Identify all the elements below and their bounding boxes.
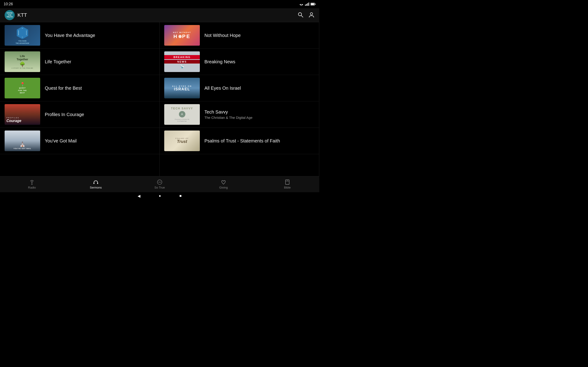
signal-icon [305, 2, 309, 6]
thumbnail-profiles: Profiles Courage [5, 104, 40, 125]
header-left: KNOWTHETRUTH KTT [5, 10, 27, 20]
system-nav: ◀ ● ■ [0, 192, 319, 200]
chat-icon [157, 179, 162, 185]
svg-rect-5 [309, 2, 309, 6]
svg-rect-4 [307, 3, 308, 6]
item-info: All Eyes On Israel [204, 85, 314, 91]
item-title: Psalms of Trust - Statements of Faith [204, 138, 314, 144]
svg-line-10 [301, 15, 303, 17]
thumbnail-hope: NOT WITHOUT HPE [164, 25, 200, 46]
item-title: Not Without Hope [204, 33, 314, 38]
list-item[interactable]: Psalms of Trust Psalms of Trust - Statem… [160, 128, 319, 154]
svg-rect-7 [311, 3, 314, 5]
right-column: NOT WITHOUT HPE Not Without Hope BREAKIN… [160, 22, 319, 181]
item-info: Quest for the Best [45, 85, 155, 91]
nav-item-sermons[interactable]: Sermons [64, 179, 128, 189]
headphones-icon [93, 179, 99, 185]
header-right [297, 11, 315, 19]
item-title: Life Together [45, 59, 155, 65]
nav-label-sermons: Sermons [90, 186, 102, 189]
item-title: You Have the Advantage [45, 33, 155, 38]
item-info: Not Without Hope [204, 33, 314, 38]
svg-point-20 [160, 182, 161, 183]
svg-point-19 [159, 182, 160, 183]
item-title: Quest for the Best [45, 85, 155, 91]
item-info: Psalms of Trust - Statements of Faith [204, 138, 314, 144]
list-item[interactable]: BREAKING NEWS 📡 Breaking News [160, 49, 319, 75]
svg-rect-2 [305, 5, 306, 6]
item-info: Tech Savvy The Christian & The Digital A… [204, 109, 314, 119]
back-button[interactable]: ◀ [138, 194, 140, 198]
thumbnail-mail: ⛪ YOU'VE GOT MAIL [5, 131, 40, 151]
item-title: All Eyes On Israel [204, 85, 314, 91]
svg-rect-15 [94, 183, 95, 184]
list-item[interactable]: 📍 QUESTFOR THEBEST Quest for the Best [0, 75, 159, 101]
svg-rect-3 [306, 4, 307, 6]
nav-item-radio[interactable]: Radio [0, 179, 64, 189]
bottom-nav: Radio Sermons So True Giving Bible [0, 176, 319, 192]
list-item[interactable]: ⛪ YOU'VE GOT MAIL You've Got Mail [0, 128, 159, 154]
app-logo[interactable]: KNOWTHETRUTH [5, 10, 15, 20]
svg-point-11 [310, 13, 313, 15]
thumbnail-quest: 📍 QUESTFOR THEBEST [5, 78, 40, 98]
nav-item-so-true[interactable]: So True [128, 179, 191, 189]
item-info: Profiles In Courage [45, 112, 155, 117]
list-item[interactable]: YOU HAVETHE ADVANTAGE You Have the Advan… [0, 22, 159, 49]
nav-label-bible: Bible [284, 186, 291, 189]
item-info: You've Got Mail [45, 138, 155, 144]
item-title: You've Got Mail [45, 138, 155, 144]
item-title: Breaking News [204, 59, 314, 65]
list-item[interactable]: TECH SAVVY A Pursuing a Christian lifein… [160, 101, 319, 128]
thumbnail-tech: TECH SAVVY A Pursuing a Christian lifein… [164, 104, 200, 125]
recents-button[interactable]: ■ [179, 194, 182, 198]
item-title: Profiles In Courage [45, 112, 155, 117]
search-icon[interactable] [297, 11, 304, 19]
nav-item-bible[interactable]: Bible [255, 179, 319, 189]
status-icons [299, 2, 316, 6]
thumbnail-israel: ALL EYES ON ISRAEL [164, 78, 200, 98]
list-item[interactable]: ALL EYES ON ISRAEL All Eyes On Israel [160, 75, 319, 101]
wifi-icon [299, 2, 304, 6]
item-info: Breaking News [204, 59, 314, 65]
list-item[interactable]: NOT WITHOUT HPE Not Without Hope [160, 22, 319, 49]
home-button[interactable]: ● [159, 194, 161, 198]
battery-icon [311, 3, 316, 6]
thumbnail-psalms: Psalms of Trust [164, 131, 200, 151]
item-title: Tech Savvy [204, 109, 314, 115]
item-subtitle: The Christian & The Digital Age [204, 116, 314, 119]
thumbnail-advantage: YOU HAVETHE ADVANTAGE [5, 25, 40, 46]
app-title: KTT [17, 12, 27, 18]
list-item[interactable]: Profiles Courage Profiles In Courage [0, 101, 159, 128]
header: KNOWTHETRUTH KTT [0, 8, 319, 22]
left-column: YOU HAVETHE ADVANTAGE You Have the Advan… [0, 22, 160, 181]
status-time: 10:26 [4, 2, 13, 6]
list-item[interactable]: LifeTogether 🌳 A STUDY IN THE PSALMS Lif… [0, 49, 159, 75]
radio-icon [29, 179, 35, 185]
nav-item-giving[interactable]: Giving [191, 179, 255, 189]
heart-icon [221, 179, 226, 185]
item-info: Life Together [45, 59, 155, 65]
svg-rect-8 [315, 4, 316, 5]
account-icon[interactable] [308, 11, 315, 19]
svg-point-12 [32, 182, 32, 183]
thumbnail-life: LifeTogether 🌳 A STUDY IN THE PSALMS [5, 51, 40, 72]
status-bar: 10:26 [0, 0, 319, 8]
nav-label-so-true: So True [154, 186, 165, 189]
nav-label-giving: Giving [219, 186, 228, 189]
svg-rect-16 [97, 183, 98, 184]
thumbnail-breaking: BREAKING NEWS 📡 [164, 51, 200, 72]
nav-label-radio: Radio [28, 186, 36, 189]
content-grid: YOU HAVETHE ADVANTAGE You Have the Advan… [0, 22, 319, 181]
svg-point-18 [158, 182, 159, 183]
item-info: You Have the Advantage [45, 33, 155, 38]
bible-icon [285, 179, 290, 185]
